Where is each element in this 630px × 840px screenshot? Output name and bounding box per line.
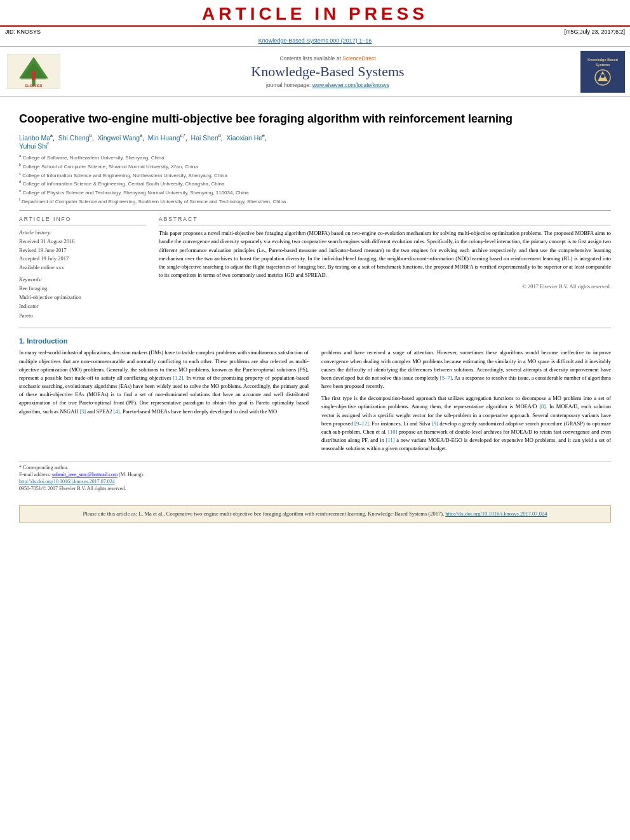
introduction-title: 1. Introduction <box>19 337 611 345</box>
footnote-corresponding: * Corresponding author. <box>19 465 611 470</box>
article-info-column: ARTICLE INFO Article history: Received 3… <box>19 216 146 320</box>
article-info-heading: ARTICLE INFO <box>19 216 146 222</box>
divider-1 <box>19 210 611 211</box>
footnote-email: E-mail address: submit_ieee_smc@hotmail.… <box>19 472 611 477</box>
svg-point-12 <box>601 74 605 78</box>
intro-text-left: In many real-world industrial applicatio… <box>19 349 309 415</box>
intro-text-right-2: The first type is the decomposition-base… <box>321 394 611 453</box>
author-min-huang[interactable]: Min Huang <box>148 134 180 142</box>
svg-text:Knowledge-Based: Knowledge-Based <box>587 58 618 62</box>
abstract-column: ABSTRACT This paper proposes a novel mul… <box>159 216 611 320</box>
footnote-doi: http://dx.doi.org/10.1016/j.knosys.2017.… <box>19 479 611 484</box>
svg-point-4 <box>31 70 36 75</box>
journal-logo-box: Knowledge-Based Systems <box>580 51 625 93</box>
doi-row: Knowledge-Based Systems 000 (2017) 1–16 <box>0 37 630 45</box>
author-xingwei-wang[interactable]: Xingwei Wang <box>97 134 140 142</box>
svg-text:ELSEVIER: ELSEVIER <box>25 84 42 88</box>
abstract-copyright: © 2017 Elsevier B.V. All rights reserved… <box>159 283 611 290</box>
cite-footer-doi-link[interactable]: http://dx.doi.org/10.1016/j.knosys.2017.… <box>445 510 547 517</box>
journal-center: Contents lists available at ScienceDirec… <box>81 55 574 88</box>
svg-rect-5 <box>32 75 36 79</box>
article-info-abstract-section: ARTICLE INFO Article history: Received 3… <box>19 216 611 320</box>
footnote-area: * Corresponding author. E-mail address: … <box>19 462 611 491</box>
keyword-multiobjective: Multi-objective optimization <box>19 293 146 302</box>
keywords-label: Keywords: <box>19 276 146 283</box>
intro-col-right: problems and have received a surge of at… <box>321 349 611 453</box>
footnote-doi-link[interactable]: http://dx.doi.org/10.1016/j.knosys.2017.… <box>19 479 115 484</box>
introduction-body: In many real-world industrial applicatio… <box>19 349 611 453</box>
cite-footer-text: Please cite this article as: L. Ma et al… <box>83 510 446 517</box>
footnote-issn: 0950-7051/© 2017 Elsevier B.V. All right… <box>19 486 611 491</box>
affiliations: a College of Software, Northeastern Univ… <box>19 153 611 205</box>
journal-homepage-link[interactable]: www.elsevier.com/locate/knosys <box>312 82 389 88</box>
history-revised: Revised 19 June 2017 <box>19 246 146 255</box>
footnote-email-link[interactable]: submit_ieee_smc@hotmail.com <box>52 472 117 477</box>
version-label: [m5G;July 23, 2017;6:2] <box>564 29 625 35</box>
article-in-press-banner: ARTICLE IN PRESS <box>0 0 630 27</box>
author-yuhui-shi[interactable]: Yuhui Shi <box>19 142 47 149</box>
article-info-divider <box>19 225 146 225</box>
journal-header: ELSEVIER Contents lists available at Sci… <box>0 46 630 97</box>
cite-footer: Please cite this article as: L. Ma et al… <box>19 505 611 523</box>
abstract-heading: ABSTRACT <box>159 216 611 222</box>
journal-title: Knowledge-Based Systems <box>81 63 574 80</box>
history-accepted: Accepted 19 July 2017 <box>19 255 146 263</box>
author-hai-shen[interactable]: Hai Shen <box>191 134 218 142</box>
history-label: Article history: <box>19 229 146 236</box>
author-shi-cheng[interactable]: Shi Cheng <box>58 134 90 142</box>
paper-title: Cooperative two-engine multi-objective b… <box>19 111 611 127</box>
intro-col-left: In many real-world industrial applicatio… <box>19 349 309 453</box>
sciencedirect-link[interactable]: ScienceDirect <box>342 55 375 62</box>
abstract-text: This paper proposes a novel multi-object… <box>159 229 611 279</box>
svg-text:Systems: Systems <box>596 63 610 67</box>
journal-logo-right: Knowledge-Based Systems <box>580 51 625 93</box>
authors-line: Lianbo Maa, Shi Chengb, Xingwei Wanga, M… <box>19 133 611 149</box>
sciencedirect-text: Contents lists available at ScienceDirec… <box>81 55 574 62</box>
journal-homepage: journal homepage: www.elsevier.com/locat… <box>81 82 574 88</box>
author-lianbo-ma[interactable]: Lianbo Ma <box>19 134 50 142</box>
main-content: Cooperative two-engine multi-objective b… <box>0 98 630 499</box>
doi-link[interactable]: Knowledge-Based Systems 000 (2017) 1–16 <box>258 37 372 44</box>
intro-text-right: problems and have received a surge of at… <box>321 349 611 390</box>
author-xiaoxian-he[interactable]: Xiaoxian He <box>226 134 262 142</box>
elsevier-logo: ELSEVIER <box>5 54 75 90</box>
keyword-bee-foraging: Bee foraging <box>19 284 146 293</box>
history-received: Received 31 August 2016 <box>19 237 146 246</box>
divider-2 <box>19 328 611 328</box>
abstract-divider <box>159 225 611 225</box>
keyword-indicator: Indicator <box>19 302 146 310</box>
banner-text: ARTICLE IN PRESS <box>202 4 428 23</box>
keyword-pareto: Pareto <box>19 311 146 320</box>
history-available: Available online xxx <box>19 263 146 272</box>
jid-label: JID: KNOSYS <box>5 29 41 35</box>
top-meta: JID: KNOSYS [m5G;July 23, 2017;6:2] <box>0 27 630 37</box>
